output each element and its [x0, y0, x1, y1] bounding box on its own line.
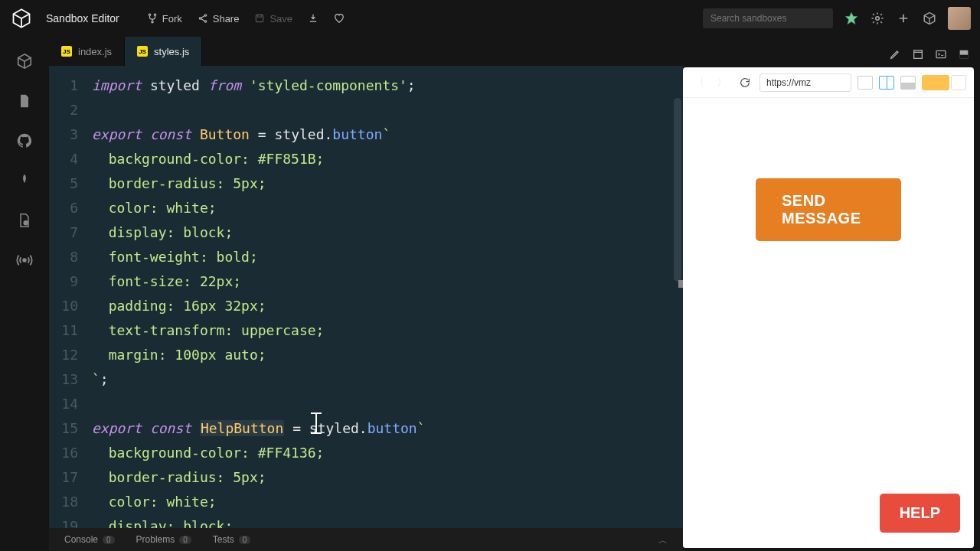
- sidebar-config-icon[interactable]: [15, 211, 34, 230]
- refresh-icon[interactable]: [737, 74, 753, 91]
- add-icon[interactable]: [896, 11, 911, 26]
- bottom-bar: Console 0 Problems 0 Tests 0 ︿: [49, 528, 683, 551]
- preview-header: 〈 〉 https://vmz: [683, 67, 974, 98]
- preview-frame: 〈 〉 https://vmz SEND MESSAGE HELP: [683, 67, 974, 548]
- svg-point-2: [152, 21, 153, 23]
- tab-styles-js[interactable]: JS styles.js: [125, 37, 202, 66]
- gutter: 12345678910111213141516171819: [49, 66, 92, 528]
- preview-tools: [683, 41, 974, 67]
- code-area[interactable]: 12345678910111213141516171819 import sty…: [49, 66, 683, 528]
- text-cursor-icon: [315, 412, 317, 434]
- view-single-icon[interactable]: [858, 76, 873, 90]
- avatar[interactable]: [948, 7, 971, 30]
- tabs: JS index.js JS styles.js: [49, 37, 683, 66]
- svg-point-9: [876, 17, 880, 21]
- preview-body: SEND MESSAGE HELP: [683, 98, 974, 548]
- open-window-icon[interactable]: [911, 47, 925, 61]
- tab-index-js[interactable]: JS index.js: [49, 37, 125, 66]
- js-icon: JS: [61, 46, 72, 57]
- console-tab[interactable]: Console 0: [64, 534, 115, 545]
- sidebar-explorer-icon[interactable]: [15, 52, 34, 70]
- pencil-icon[interactable]: [888, 47, 902, 61]
- svg-point-5: [204, 21, 206, 22]
- tests-label: Tests: [213, 534, 234, 545]
- tab-label: styles.js: [154, 46, 189, 57]
- like-button[interactable]: [334, 13, 345, 24]
- page-title: Sandbox Editor: [46, 12, 119, 24]
- svg-point-10: [24, 221, 28, 225]
- topbar-right: [703, 7, 971, 30]
- svg-point-0: [149, 14, 150, 15]
- swatch-white: [951, 75, 966, 90]
- tab-label: index.js: [78, 46, 112, 57]
- swatch-orange: [922, 75, 949, 90]
- svg-point-4: [199, 18, 201, 19]
- save-label: Save: [270, 13, 292, 24]
- svg-point-1: [154, 14, 155, 15]
- sidebar-github-icon[interactable]: [15, 132, 34, 150]
- settings-icon[interactable]: [870, 11, 885, 26]
- preview-panel: 〈 〉 https://vmz SEND MESSAGE HELP: [683, 37, 980, 551]
- send-message-button[interactable]: SEND MESSAGE: [756, 178, 901, 241]
- sidebar-file-icon[interactable]: [15, 92, 34, 110]
- console-label: Console: [64, 534, 98, 545]
- tests-tab[interactable]: Tests 0: [213, 534, 251, 545]
- tests-badge: 0: [239, 536, 251, 544]
- svg-point-3: [204, 15, 206, 16]
- svg-rect-6: [256, 15, 263, 21]
- nav-back-icon[interactable]: 〈: [691, 74, 707, 91]
- svg-rect-15: [960, 55, 969, 59]
- editor-area: JS index.js JS styles.js 123456789101112…: [49, 37, 683, 551]
- sidebar-deploy-icon[interactable]: [15, 171, 34, 190]
- problems-label: Problems: [136, 534, 175, 545]
- share-label: Share: [213, 13, 240, 24]
- share-button[interactable]: Share: [198, 13, 240, 24]
- svg-rect-12: [914, 51, 923, 59]
- theme-swatch[interactable]: [922, 75, 966, 90]
- console-badge: 0: [103, 536, 115, 544]
- nav-forward-icon[interactable]: 〉: [714, 74, 730, 91]
- view-stack-icon[interactable]: [900, 76, 916, 90]
- layout-icon[interactable]: [957, 47, 971, 61]
- chevron-up-icon: ︿: [658, 535, 668, 546]
- problems-badge: 0: [179, 536, 191, 544]
- logo-icon[interactable]: [9, 6, 34, 31]
- search-input[interactable]: [710, 13, 825, 24]
- code-content[interactable]: import styled from 'styled-components'; …: [92, 66, 683, 528]
- help-button[interactable]: HELP: [880, 494, 960, 533]
- svg-point-11: [23, 259, 26, 262]
- js-icon: JS: [137, 46, 148, 57]
- cube-icon[interactable]: [922, 11, 937, 26]
- scrollbar[interactable]: [674, 98, 681, 282]
- topbar: Sandbox Editor Fork Share Save: [0, 0, 980, 37]
- download-button[interactable]: [308, 13, 318, 24]
- url-bar[interactable]: https://vmz: [760, 73, 851, 92]
- terminal-icon[interactable]: [934, 47, 948, 61]
- fork-label: Fork: [162, 13, 182, 24]
- expand-panel-button[interactable]: ︿: [658, 533, 668, 547]
- sidebar-live-icon[interactable]: [15, 251, 34, 269]
- main: JS index.js JS styles.js 123456789101112…: [0, 37, 980, 551]
- svg-rect-13: [936, 51, 946, 57]
- topbar-actions: Fork Share Save: [147, 13, 345, 24]
- save-button[interactable]: Save: [254, 13, 292, 24]
- svg-marker-8: [846, 13, 858, 24]
- view-split-icon[interactable]: [879, 76, 894, 90]
- sidebar: [0, 37, 49, 551]
- fork-button[interactable]: Fork: [147, 13, 182, 24]
- problems-tab[interactable]: Problems 0: [136, 534, 191, 545]
- premium-icon[interactable]: [844, 11, 859, 26]
- search-box[interactable]: [703, 8, 833, 28]
